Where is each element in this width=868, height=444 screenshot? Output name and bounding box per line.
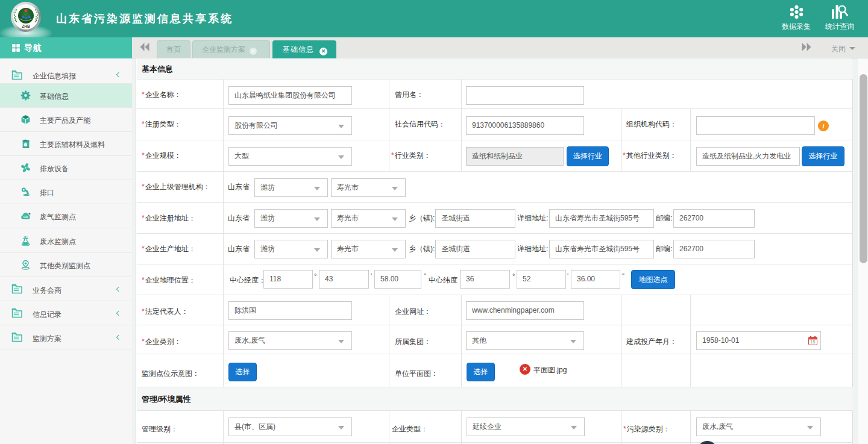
svg-text:ZHB: ZHB — [22, 24, 30, 28]
svg-text:co: co — [24, 215, 28, 219]
svg-text:15: 15 — [811, 340, 816, 344]
